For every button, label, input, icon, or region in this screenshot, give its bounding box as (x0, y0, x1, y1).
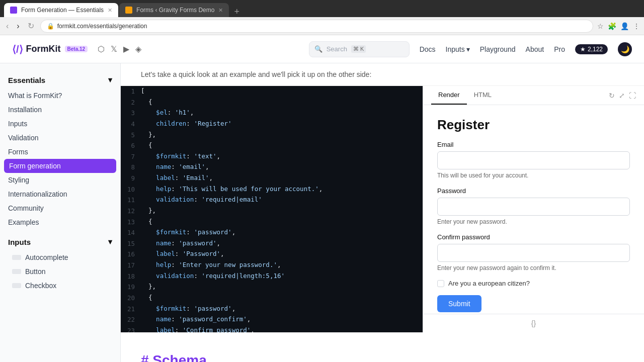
eu-citizen-row: Are you a european citizen? (437, 280, 630, 287)
tab-html[interactable]: HTML (467, 86, 499, 105)
sidebar-item-examples[interactable]: Examples (0, 215, 120, 229)
confirm-password-field-group: Confirm password Enter your new password… (437, 233, 630, 272)
main-content: Essentials ▾ What is FormKit? Installati… (0, 63, 644, 362)
code-line-16: 16 label: 'Password', (121, 249, 423, 260)
essentials-section: Essentials ▾ What is FormKit? Installati… (0, 71, 120, 229)
nav-docs[interactable]: Docs (420, 45, 436, 53)
logo-text: FormKit (26, 44, 61, 54)
schema-title: Schema (152, 352, 206, 362)
confirm-password-label: Confirm password (437, 233, 630, 241)
expand-icon[interactable]: ⛶ (629, 92, 636, 100)
browser-tabs: Form Generation — Essentials ✕ Forms ‹ G… (0, 0, 644, 17)
tab-close-button[interactable]: ✕ (108, 7, 112, 14)
logo-beta-badge: Beta.12 (65, 46, 88, 52)
back-button[interactable]: ‹ (4, 21, 11, 32)
sidebar-item-autocomplete[interactable]: Autocomplete (0, 250, 120, 264)
browser-nav: ‹ › ↻ 🔒 formkit.com/essentials/generatio… (0, 17, 644, 35)
refresh-preview-icon[interactable]: ↻ (609, 92, 615, 100)
checkbox-label: Checkbox (25, 282, 56, 290)
essentials-header[interactable]: Essentials ▾ (0, 71, 120, 88)
page-content: Let's take a quick look at an example an… (121, 63, 644, 362)
nav-playground[interactable]: Playground (480, 45, 516, 53)
social-links: ⬡ 𝕏 ▶ ◈ (98, 44, 141, 54)
tab-favicon (10, 7, 17, 14)
preview-form-content: Register Email This will be used for you… (423, 105, 644, 314)
search-bar[interactable]: 🔍 Search ⌘ K (309, 41, 410, 57)
refresh-button[interactable]: ↻ (26, 20, 36, 32)
profile-icon[interactable]: 👤 (620, 22, 629, 30)
sidebar-item-installation[interactable]: Installation (0, 103, 120, 117)
sidebar-item-community[interactable]: Community (0, 201, 120, 215)
sidebar-item-validation[interactable]: Validation (0, 131, 120, 145)
schema-icon: {} (531, 319, 536, 327)
code-line-23: 23 label: 'Confirm password', (121, 325, 423, 332)
twitter-icon[interactable]: 𝕏 (111, 44, 117, 54)
address-bar[interactable]: 🔒 formkit.com/essentials/generation (40, 20, 593, 33)
external-link-icon[interactable]: ⤢ (619, 92, 625, 100)
code-preview-area: 1[ 2 { 3 $el: 'h1', 4 children: 'Registe… (121, 86, 644, 332)
forward-button[interactable]: › (15, 21, 21, 32)
tab-close-button-2[interactable]: ✕ (218, 7, 223, 14)
sidebar: Essentials ▾ What is FormKit? Installati… (0, 63, 121, 362)
confirm-password-help: Enter your new password again to confirm… (437, 264, 630, 272)
inactive-tab[interactable]: Forms ‹ Gravity Forms Demo ✕ (119, 3, 229, 17)
preview-footer: {} (423, 314, 644, 332)
sidebar-item-what-is[interactable]: What is FormKit? (0, 88, 120, 103)
intro-text: Let's take a quick look at an example an… (121, 63, 644, 86)
tab-favicon-2 (125, 7, 132, 14)
sidebar-item-inputs[interactable]: Inputs (0, 117, 120, 131)
app: ⟨/⟩ FormKit Beta.12 ⬡ 𝕏 ▶ ◈ 🔍 Search ⌘ K… (0, 35, 644, 362)
inputs-label: Inputs (446, 45, 465, 53)
email-input[interactable] (437, 151, 630, 169)
star-badge[interactable]: ★ 2,122 (575, 44, 608, 54)
search-icon: 🔍 (314, 45, 323, 53)
inputs-chevron-icon: ▾ (108, 237, 112, 246)
password-input[interactable] (437, 198, 630, 216)
chevron-down-icon: ▾ (466, 45, 470, 53)
nav-pro[interactable]: Pro (554, 45, 565, 53)
sidebar-item-form-generation[interactable]: Form generation (4, 159, 116, 173)
new-tab-button[interactable]: + (230, 7, 244, 17)
code-line-6: 6 { (121, 140, 423, 151)
nav-inputs[interactable]: Inputs ▾ (446, 45, 470, 53)
search-shortcut: ⌘ K (351, 45, 366, 53)
nav-icons: ☆ 🧩 👤 ⋮ (597, 22, 640, 30)
discord-icon[interactable]: ◈ (135, 44, 141, 54)
code-line-19: 19 }, (121, 282, 423, 293)
more-icon[interactable]: ⋮ (633, 22, 640, 30)
main-nav: Docs Inputs ▾ Playground About Pro ★ 2,1… (420, 42, 632, 56)
lock-icon: 🔒 (47, 23, 54, 30)
form-title: Register (437, 117, 630, 133)
github-icon[interactable]: ⬡ (98, 44, 105, 54)
bookmark-icon[interactable]: ☆ (597, 22, 604, 30)
sidebar-item-button[interactable]: Button (0, 264, 120, 279)
sidebar-item-checkbox[interactable]: Checkbox (0, 279, 120, 293)
email-field-group: Email This will be used for your account… (437, 141, 630, 179)
eu-citizen-checkbox[interactable] (437, 280, 444, 287)
sidebar-item-i18n[interactable]: Internationalization (0, 187, 120, 201)
chevron-up-icon: ▾ (108, 75, 112, 84)
submit-button[interactable]: Submit (437, 295, 481, 312)
button-label: Button (25, 267, 45, 276)
sidebar-item-forms[interactable]: Forms (0, 145, 120, 159)
nav-about[interactable]: About (526, 45, 544, 53)
code-line-10: 10 help: 'This will be used for your acc… (121, 184, 423, 195)
extensions-icon[interactable]: 🧩 (608, 22, 616, 30)
essentials-header-label: Essentials (8, 76, 45, 84)
star-icon: ★ (580, 46, 586, 53)
app-header: ⟨/⟩ FormKit Beta.12 ⬡ 𝕏 ▶ ◈ 🔍 Search ⌘ K… (0, 35, 644, 63)
schema-section: # Schema (121, 332, 644, 362)
youtube-icon[interactable]: ▶ (123, 44, 129, 54)
inputs-header[interactable]: Inputs ▾ (0, 233, 120, 250)
theme-toggle-button[interactable]: 🌙 (618, 42, 632, 56)
tab-title: Form Generation — Essentials (21, 7, 104, 14)
confirm-password-input[interactable] (437, 244, 630, 262)
code-line-11: 11 validation: 'required|email' (121, 195, 423, 206)
tab-render[interactable]: Render (431, 86, 467, 105)
sidebar-item-styling[interactable]: Styling (0, 173, 120, 187)
active-tab[interactable]: Form Generation — Essentials ✕ (4, 3, 118, 17)
code-line-12: 12 }, (121, 206, 423, 217)
password-label: Password (437, 187, 630, 195)
password-field-group: Password Enter your new password. (437, 187, 630, 225)
tab-title-2: Forms ‹ Gravity Forms Demo (136, 7, 214, 14)
